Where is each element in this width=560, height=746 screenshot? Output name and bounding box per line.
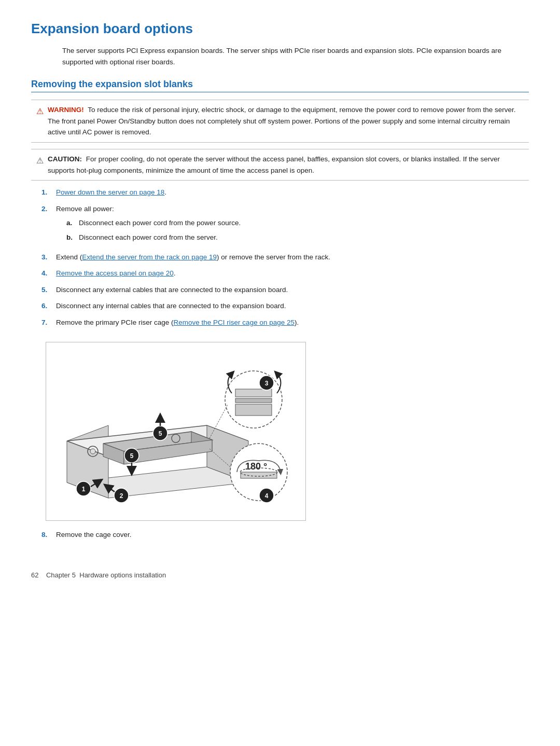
step-2b-label: b. <box>66 232 79 243</box>
diagram-container: 5 5 1 2 3 <box>46 342 306 521</box>
step-1-num: 1. <box>41 187 56 198</box>
step-8: 8. Remove the cage cover. <box>41 529 529 541</box>
svg-text:5: 5 <box>159 430 162 437</box>
step-2-content: Remove all power: a. Disconnect each pow… <box>56 203 529 246</box>
svg-point-36 <box>90 449 95 454</box>
diagram-svg: 5 5 1 2 3 <box>51 348 300 515</box>
step-2-substeps: a. Disconnect each power cord from the p… <box>66 217 529 243</box>
section-title: Removing the expansion slot blanks <box>31 79 529 92</box>
step-8-num: 8. <box>41 529 56 541</box>
step-3-content: Extend (Extend the server from the rack … <box>56 252 529 263</box>
step-3-num: 3. <box>41 252 56 263</box>
step-2b-text: Disconnect each power cord from the serv… <box>79 232 218 243</box>
caution-content: CAUTION: For proper cooling, do not oper… <box>48 154 524 176</box>
step-7-before: Remove the primary PCIe riser cage ( <box>56 319 174 326</box>
server-diagram-svg: 5 5 1 2 3 <box>51 348 300 514</box>
step-7-link[interactable]: Remove the PCI riser cage on page 25 <box>174 319 295 326</box>
step-2a: a. Disconnect each power cord from the p… <box>66 217 529 229</box>
intro-paragraph: The server supports PCI Express expansio… <box>62 45 529 67</box>
step-4-num: 4. <box>41 268 56 279</box>
svg-rect-23 <box>235 398 272 403</box>
svg-rect-24 <box>235 404 272 416</box>
step-5-content: Disconnect any external cables that are … <box>56 284 529 296</box>
warning-text: To reduce the risk of personal injury, e… <box>48 106 515 136</box>
step-4-period: . <box>174 269 176 277</box>
svg-text:3: 3 <box>265 380 269 387</box>
svg-text:2: 2 <box>120 492 123 500</box>
step-8-content: Remove the cage cover. <box>56 529 529 541</box>
step-4: 4. Remove the access panel on page 20. <box>41 268 529 279</box>
warning-triangle-icon: ⚠ <box>36 105 44 118</box>
step-1: 1. Power down the server on page 18. <box>41 187 529 198</box>
caution-box: ⚠ CAUTION: For proper cooling, do not op… <box>31 149 529 181</box>
step-6: 6. Disconnect any internal cables that a… <box>41 300 529 312</box>
step-5-num: 5. <box>41 284 56 296</box>
svg-text:5: 5 <box>130 452 134 460</box>
step-4-link[interactable]: Remove the access panel on page 20 <box>56 269 174 277</box>
step-4-content: Remove the access panel on page 20. <box>56 268 529 279</box>
step-3-link[interactable]: Extend the server from the rack on page … <box>82 253 217 261</box>
step-7-num: 7. <box>41 317 56 328</box>
page-title: Expansion board options <box>31 21 529 37</box>
step-2a-label: a. <box>66 217 79 229</box>
warning-box: ⚠ WARNING! To reduce the risk of persona… <box>31 100 529 143</box>
step-2b: b. Disconnect each power cord from the s… <box>66 232 529 243</box>
svg-text:1: 1 <box>82 486 86 493</box>
caution-triangle-icon: ⚠ <box>36 154 44 168</box>
warning-label: WARNING! <box>48 106 84 114</box>
step-7-after: ). <box>295 319 299 326</box>
step-7-content: Remove the primary PCIe riser cage (Remo… <box>56 317 529 328</box>
step-2-num: 2. <box>41 203 56 215</box>
step-3-before: Extend ( <box>56 253 82 261</box>
step-6-content: Disconnect any internal cables that are … <box>56 300 529 312</box>
step-1-link[interactable]: Power down the server on page 18 <box>56 188 164 196</box>
step-2a-text: Disconnect each power cord from the powe… <box>79 217 241 229</box>
step-6-num: 6. <box>41 300 56 312</box>
step-1-period: . <box>164 188 166 196</box>
page-footer: 62 Chapter 5 Hardware options installati… <box>31 571 529 579</box>
svg-text:180 °: 180 ° <box>245 461 267 472</box>
warning-content: WARNING! To reduce the risk of personal … <box>48 104 524 138</box>
footer-page-num: 62 Chapter 5 Hardware options installati… <box>31 571 166 579</box>
step-8-list: 8. Remove the cage cover. <box>41 529 529 541</box>
step-2-text: Remove all power: <box>56 205 114 213</box>
caution-text: For proper cooling, do not operate the s… <box>48 155 500 174</box>
caution-label: CAUTION: <box>48 155 82 163</box>
step-7: 7. Remove the primary PCIe riser cage (R… <box>41 317 529 328</box>
step-1-content: Power down the server on page 18. <box>56 187 529 198</box>
svg-text:4: 4 <box>265 492 269 500</box>
step-3: 3. Extend (Extend the server from the ra… <box>41 252 529 263</box>
step-2: 2. Remove all power: a. Disconnect each … <box>41 203 529 246</box>
steps-list: 1. Power down the server on page 18. 2. … <box>41 187 529 328</box>
step-5: 5. Disconnect any external cables that a… <box>41 284 529 296</box>
svg-rect-29 <box>241 472 277 478</box>
step-3-after: ) or remove the server from the rack. <box>217 253 330 261</box>
